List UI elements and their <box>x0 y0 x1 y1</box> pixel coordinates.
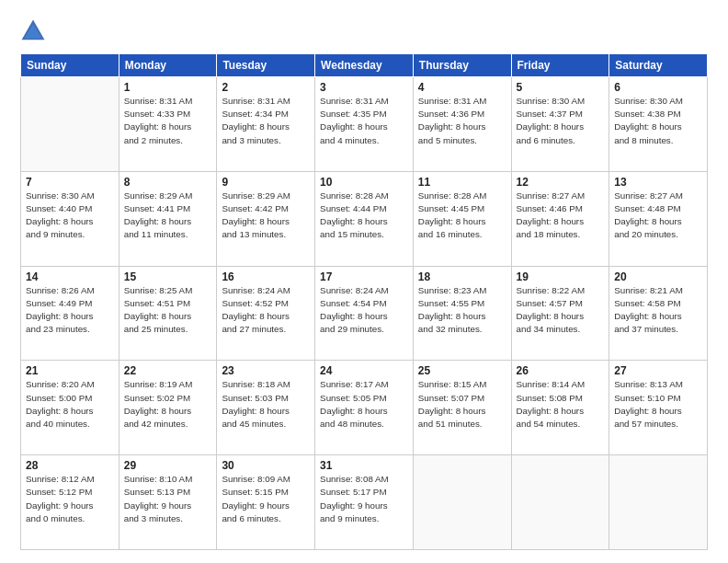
logo-icon <box>20 18 46 44</box>
day-info: Sunrise: 8:24 AMSunset: 4:54 PMDaylight:… <box>320 284 408 337</box>
day-cell: 31Sunrise: 8:08 AMSunset: 5:17 PMDayligh… <box>315 455 414 550</box>
day-info: Sunrise: 8:21 AMSunset: 4:58 PMDaylight:… <box>614 284 702 337</box>
day-number: 6 <box>614 81 702 94</box>
day-cell: 23Sunrise: 8:18 AMSunset: 5:03 PMDayligh… <box>217 361 315 455</box>
day-cell: 7Sunrise: 8:30 AMSunset: 4:40 PMDaylight… <box>21 171 119 266</box>
day-info: Sunrise: 8:24 AMSunset: 4:52 PMDaylight:… <box>222 284 310 337</box>
day-cell: 27Sunrise: 8:13 AMSunset: 5:10 PMDayligh… <box>609 361 708 455</box>
day-cell: 15Sunrise: 8:25 AMSunset: 4:51 PMDayligh… <box>119 266 217 361</box>
day-cell: 12Sunrise: 8:27 AMSunset: 4:46 PMDayligh… <box>511 171 609 266</box>
day-cell: 25Sunrise: 8:15 AMSunset: 5:07 PMDayligh… <box>413 361 511 455</box>
day-number: 26 <box>517 364 605 377</box>
day-info: Sunrise: 8:31 AMSunset: 4:33 PMDaylight:… <box>124 95 212 147</box>
day-cell: 29Sunrise: 8:10 AMSunset: 5:13 PMDayligh… <box>119 455 217 550</box>
day-number: 20 <box>614 270 702 283</box>
day-cell: 28Sunrise: 8:12 AMSunset: 5:12 PMDayligh… <box>21 455 119 550</box>
day-cell: 11Sunrise: 8:28 AMSunset: 4:45 PMDayligh… <box>413 171 511 266</box>
day-number: 29 <box>124 459 212 472</box>
day-number: 24 <box>320 364 408 377</box>
day-info: Sunrise: 8:31 AMSunset: 4:35 PMDaylight:… <box>320 95 408 147</box>
week-row-3: 21Sunrise: 8:20 AMSunset: 5:00 PMDayligh… <box>21 361 708 455</box>
day-cell: 17Sunrise: 8:24 AMSunset: 4:54 PMDayligh… <box>315 266 414 361</box>
day-info: Sunrise: 8:30 AMSunset: 4:38 PMDaylight:… <box>614 95 702 147</box>
day-cell: 18Sunrise: 8:23 AMSunset: 4:55 PMDayligh… <box>413 266 511 361</box>
day-number: 27 <box>614 364 702 377</box>
day-info: Sunrise: 8:28 AMSunset: 4:45 PMDaylight:… <box>418 190 506 242</box>
day-info: Sunrise: 8:29 AMSunset: 4:42 PMDaylight:… <box>222 190 310 242</box>
day-number: 21 <box>26 364 114 377</box>
day-cell: 13Sunrise: 8:27 AMSunset: 4:48 PMDayligh… <box>609 171 708 266</box>
week-row-2: 14Sunrise: 8:26 AMSunset: 4:49 PMDayligh… <box>21 266 708 361</box>
header-cell-thursday: Thursday <box>413 54 511 77</box>
day-cell <box>511 455 609 550</box>
day-cell: 22Sunrise: 8:19 AMSunset: 5:02 PMDayligh… <box>119 361 217 455</box>
day-info: Sunrise: 8:31 AMSunset: 4:36 PMDaylight:… <box>418 95 506 147</box>
day-number: 22 <box>124 364 212 377</box>
day-info: Sunrise: 8:25 AMSunset: 4:51 PMDaylight:… <box>124 284 212 337</box>
day-info: Sunrise: 8:12 AMSunset: 5:12 PMDaylight:… <box>26 473 114 525</box>
day-number: 25 <box>418 364 506 377</box>
day-info: Sunrise: 8:13 AMSunset: 5:10 PMDaylight:… <box>614 378 702 431</box>
calendar-header-row: SundayMondayTuesdayWednesdayThursdayFrid… <box>21 54 708 77</box>
day-number: 16 <box>222 270 310 283</box>
day-number: 11 <box>418 176 506 189</box>
day-number: 18 <box>418 270 506 283</box>
week-row-1: 7Sunrise: 8:30 AMSunset: 4:40 PMDaylight… <box>21 171 708 266</box>
day-info: Sunrise: 8:29 AMSunset: 4:41 PMDaylight:… <box>124 190 212 242</box>
day-info: Sunrise: 8:14 AMSunset: 5:08 PMDaylight:… <box>517 378 605 431</box>
day-info: Sunrise: 8:31 AMSunset: 4:34 PMDaylight:… <box>222 95 310 147</box>
day-info: Sunrise: 8:18 AMSunset: 5:03 PMDaylight:… <box>222 378 310 431</box>
day-cell: 6Sunrise: 8:30 AMSunset: 4:38 PMDaylight… <box>609 77 708 172</box>
day-number: 8 <box>124 176 212 189</box>
day-cell: 3Sunrise: 8:31 AMSunset: 4:35 PMDaylight… <box>315 77 414 172</box>
day-cell: 9Sunrise: 8:29 AMSunset: 4:42 PMDaylight… <box>217 171 315 266</box>
header-cell-wednesday: Wednesday <box>315 54 414 77</box>
day-cell: 19Sunrise: 8:22 AMSunset: 4:57 PMDayligh… <box>511 266 609 361</box>
day-number: 13 <box>614 176 702 189</box>
day-number: 31 <box>320 459 408 472</box>
day-info: Sunrise: 8:09 AMSunset: 5:15 PMDaylight:… <box>222 473 310 525</box>
day-number: 30 <box>222 459 310 472</box>
day-info: Sunrise: 8:28 AMSunset: 4:44 PMDaylight:… <box>320 190 408 242</box>
day-info: Sunrise: 8:15 AMSunset: 5:07 PMDaylight:… <box>418 378 506 431</box>
header-cell-tuesday: Tuesday <box>217 54 315 77</box>
day-number: 14 <box>26 270 114 283</box>
day-number: 12 <box>517 176 605 189</box>
day-info: Sunrise: 8:22 AMSunset: 4:57 PMDaylight:… <box>517 284 605 337</box>
day-number: 23 <box>222 364 310 377</box>
day-cell: 8Sunrise: 8:29 AMSunset: 4:41 PMDaylight… <box>119 171 217 266</box>
page: SundayMondayTuesdayWednesdayThursdayFrid… <box>0 0 728 563</box>
day-cell <box>609 455 708 550</box>
day-info: Sunrise: 8:23 AMSunset: 4:55 PMDaylight:… <box>418 284 506 337</box>
day-number: 5 <box>517 81 605 94</box>
day-number: 7 <box>26 176 114 189</box>
day-number: 10 <box>320 176 408 189</box>
day-cell: 26Sunrise: 8:14 AMSunset: 5:08 PMDayligh… <box>511 361 609 455</box>
logo <box>20 17 46 44</box>
day-cell <box>413 455 511 550</box>
day-info: Sunrise: 8:27 AMSunset: 4:48 PMDaylight:… <box>614 190 702 242</box>
day-number: 15 <box>124 270 212 283</box>
day-cell: 2Sunrise: 8:31 AMSunset: 4:34 PMDaylight… <box>217 77 315 172</box>
day-cell: 21Sunrise: 8:20 AMSunset: 5:00 PMDayligh… <box>21 361 119 455</box>
day-info: Sunrise: 8:08 AMSunset: 5:17 PMDaylight:… <box>320 473 408 525</box>
day-number: 1 <box>124 81 212 94</box>
day-cell: 5Sunrise: 8:30 AMSunset: 4:37 PMDaylight… <box>511 77 609 172</box>
header-cell-friday: Friday <box>511 54 609 77</box>
day-cell: 14Sunrise: 8:26 AMSunset: 4:49 PMDayligh… <box>21 266 119 361</box>
day-number: 3 <box>320 81 408 94</box>
day-info: Sunrise: 8:30 AMSunset: 4:40 PMDaylight:… <box>26 190 114 242</box>
day-info: Sunrise: 8:20 AMSunset: 5:00 PMDaylight:… <box>26 378 114 431</box>
day-info: Sunrise: 8:30 AMSunset: 4:37 PMDaylight:… <box>517 95 605 147</box>
day-number: 4 <box>418 81 506 94</box>
day-cell: 1Sunrise: 8:31 AMSunset: 4:33 PMDaylight… <box>119 77 217 172</box>
day-cell <box>21 77 119 172</box>
day-number: 2 <box>222 81 310 94</box>
day-info: Sunrise: 8:17 AMSunset: 5:05 PMDaylight:… <box>320 378 408 431</box>
day-cell: 16Sunrise: 8:24 AMSunset: 4:52 PMDayligh… <box>217 266 315 361</box>
week-row-4: 28Sunrise: 8:12 AMSunset: 5:12 PMDayligh… <box>21 455 708 550</box>
week-row-0: 1Sunrise: 8:31 AMSunset: 4:33 PMDaylight… <box>21 77 708 172</box>
day-number: 9 <box>222 176 310 189</box>
header <box>20 17 708 44</box>
day-number: 28 <box>26 459 114 472</box>
